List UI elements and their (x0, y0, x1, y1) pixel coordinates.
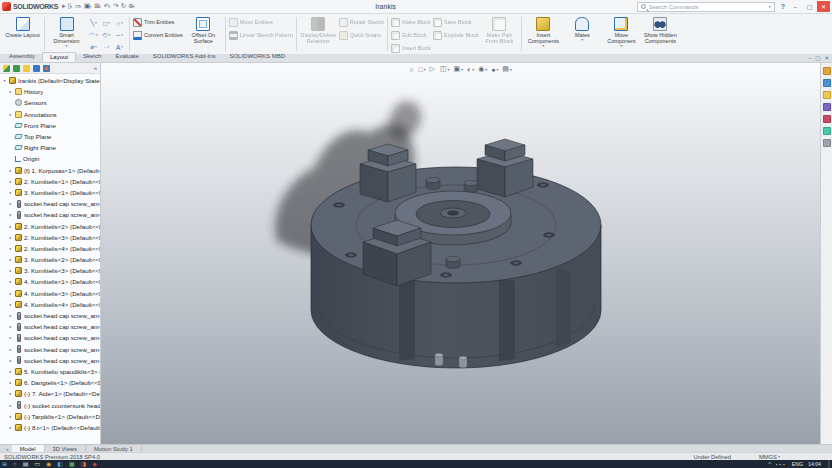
command-tab[interactable]: Evaluate (108, 52, 145, 62)
displaymanager-tab-icon[interactable] (43, 65, 50, 72)
tree-item[interactable]: ▸ History (0, 86, 100, 97)
tree-item[interactable]: ▸ 2. Kumštelis<1> (Default<<De (0, 176, 100, 187)
apply-scene-icon[interactable]: ▤▾ (502, 65, 512, 73)
move-entities-button[interactable]: Move Entities (229, 16, 293, 28)
tray-icons[interactable]: ▪▪▪ (776, 462, 787, 467)
linear-sketch-pattern-button[interactable]: Linear Sketch Pattern (229, 29, 293, 41)
rebuild-icon[interactable]: ↻ (121, 1, 125, 12)
edit-block-button[interactable]: Edit Block (391, 29, 431, 41)
view-orientation-icon[interactable]: ▣▾ (453, 65, 463, 73)
expand-arrow-icon[interactable]: ▸ (8, 246, 13, 251)
expand-arrow-icon[interactable]: ▸ (8, 324, 13, 329)
command-tab[interactable]: Layout (42, 52, 76, 62)
solidworks-taskbar-icon[interactable]: ◈ (92, 460, 97, 468)
expand-arrow-icon[interactable]: ▸ (8, 313, 13, 318)
task-view-icon[interactable]: ▤ (23, 460, 29, 468)
line-tool-icon[interactable]: ╲▾ (87, 17, 100, 29)
insert-block-button[interactable]: Insert Block (391, 42, 431, 54)
trim-entities-button[interactable]: Trim Entities (133, 16, 183, 28)
tree-item[interactable]: Right Plane (0, 142, 100, 153)
tree-item[interactable]: ▸ socket head cap screw_am<4> (0, 321, 100, 332)
expand-arrow-icon[interactable]: ▸ (8, 369, 13, 374)
expand-arrow-icon[interactable]: ▸ (8, 347, 13, 352)
design-library-icon[interactable] (823, 79, 831, 87)
units-selector[interactable]: MMGS ▾ (759, 454, 780, 460)
doc-minimize-icon[interactable]: ‒ (808, 55, 811, 61)
open-icon[interactable]: ▱▾ (75, 1, 81, 12)
repair-sketch-button[interactable]: Repair Sketch (339, 16, 385, 28)
tree-item[interactable]: ▸ 3. Kumštelis<1> (Default<<De (0, 187, 100, 198)
convert-entities-button[interactable]: Convert Entities (133, 29, 183, 41)
expand-arrow-icon[interactable]: ▸ (8, 279, 13, 284)
quick-snaps-button[interactable]: Quick Snaps (339, 29, 385, 41)
previous-view-icon[interactable]: ▷ (430, 65, 436, 73)
zoom-fit-icon[interactable]: ○ (409, 66, 414, 73)
section-view-icon[interactable]: ◫▾ (440, 65, 450, 73)
tree-item[interactable]: ▸ socket head cap screw_am<1> (0, 198, 100, 209)
tree-item[interactable]: Front Plane (0, 120, 100, 131)
app-icon-1[interactable]: ◧ (57, 460, 63, 468)
mates-button[interactable]: Mates ▾ (564, 16, 601, 43)
help-icon[interactable]: ? (781, 3, 785, 10)
dimxpertmanager-tab-icon[interactable] (33, 65, 40, 72)
search-dropdown-icon[interactable]: ▾ (769, 4, 771, 9)
start-button-icon[interactable]: ⊞ (2, 460, 7, 468)
display-style-icon[interactable]: ◐▾ (467, 66, 474, 73)
tree-item[interactable]: ▸ socket head cap screw_am<7> (0, 355, 100, 366)
display-delete-relations-button[interactable]: Display/Delete Relations (300, 16, 337, 44)
custom-properties-icon[interactable] (823, 127, 831, 135)
circle-tool-icon[interactable]: ○▾ (113, 17, 126, 29)
menu-expand-icon[interactable]: ▸ (62, 1, 64, 12)
tree-item[interactable]: ▸ 5. Kumštelio spaudiklis<3> (De (0, 366, 100, 377)
command-tab[interactable]: Sketch (76, 52, 108, 62)
document-tab[interactable]: 3D Views (45, 445, 86, 452)
tree-item[interactable]: Origin (0, 153, 100, 164)
propertymanager-tab-icon[interactable] (13, 65, 20, 72)
rectangle-tool-icon[interactable]: □▾ (100, 17, 113, 29)
tree-item[interactable]: ▾ Irankis (Default<Display State-1>) (0, 75, 100, 86)
tray-expand-icon[interactable]: ^ (769, 461, 771, 467)
solidworks-resources-icon[interactable] (823, 67, 831, 75)
make-block-button[interactable]: Make Block (391, 16, 431, 28)
tree-item[interactable]: ▸ (f) 1. Korpusas<1> (Default<<De (0, 165, 100, 176)
tree-item[interactable]: ▸ 2. Kumštelis<2> (Default<<De (0, 220, 100, 231)
print-icon[interactable]: ⊞▾ (94, 1, 100, 12)
insert-components-button[interactable]: Insert Components ▾ (525, 16, 562, 49)
expand-arrow-icon[interactable]: ▸ (8, 89, 13, 94)
doc-restore-icon[interactable]: ▢ (815, 55, 820, 61)
tree-item[interactable]: ▸ 2. Kumštelis<3> (Default<<De (0, 232, 100, 243)
save-icon[interactable]: ▣▾ (84, 1, 91, 12)
command-tab[interactable]: SOLIDWORKS MBD (222, 52, 292, 62)
tree-item[interactable]: ▸ (-) Tarpiklis<1> (Default<<Def (0, 411, 100, 422)
expand-arrow-icon[interactable]: ▸ (8, 335, 13, 340)
forum-icon[interactable] (823, 139, 831, 147)
taskbar-search-icon[interactable]: ○ (13, 460, 17, 468)
expand-arrow-icon[interactable]: ▸ (8, 212, 13, 217)
expand-arrow-icon[interactable]: ▸ (8, 403, 13, 408)
tree-item[interactable]: ▸ 3. Kumštelis<3> (Default<<De (0, 265, 100, 276)
zoom-area-icon[interactable]: □▾ (418, 66, 425, 73)
move-component-button[interactable]: Move Component ▾ (603, 16, 640, 49)
document-tab[interactable]: Model (12, 445, 45, 452)
tree-item[interactable]: ▸ 2. Kumštelis<4> (Default<<De (0, 243, 100, 254)
offset-on-surface-button[interactable]: Offset On Surface (185, 16, 222, 44)
polygon-tool-icon[interactable]: ◇▾ (100, 29, 113, 41)
tree-item[interactable]: Sensors (0, 97, 100, 108)
command-tab[interactable]: Assembly (2, 52, 42, 62)
tree-item[interactable]: ▸ (-) 7. Aide<1> (Default<<Defa (0, 388, 100, 399)
command-tab[interactable]: SOLIDWORKS Add-Ins (146, 52, 223, 62)
document-tab[interactable]: Motion Study 1 (86, 445, 142, 452)
expand-arrow-icon[interactable]: ▸ (8, 391, 13, 396)
expand-arrow-icon[interactable]: ▸ (8, 224, 13, 229)
expand-arrow-icon[interactable]: ▸ (8, 168, 13, 173)
tree-item[interactable]: ▸ socket head cap screw_am<2> (0, 209, 100, 220)
view-palette-icon[interactable] (823, 103, 831, 111)
tree-item[interactable]: ▸ 4. Kumštelis<3> (Default<<De (0, 288, 100, 299)
tab-scroll-icon[interactable]: « (3, 445, 12, 452)
undo-icon[interactable]: ↶▾ (104, 1, 110, 12)
tree-item[interactable]: ▸ 4. Kumštelis<4> (Default<<De (0, 299, 100, 310)
close-button[interactable]: ✕ (817, 1, 830, 12)
file-explorer-icon[interactable]: ▭ (34, 460, 40, 468)
configurationmanager-tab-icon[interactable] (23, 65, 30, 72)
explode-block-button[interactable]: Explode Block (433, 29, 479, 41)
